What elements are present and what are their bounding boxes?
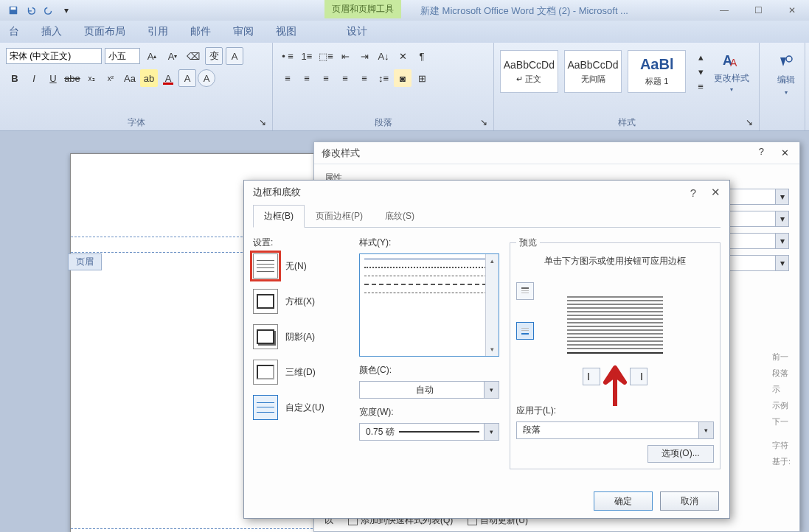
svg-rect-6: [521, 290, 529, 291]
underline-button[interactable]: U: [44, 69, 62, 87]
options-button[interactable]: 选项(O)...: [647, 445, 714, 463]
tab-page-layout[interactable]: 页面布局: [84, 25, 125, 38]
modify-style-help-icon[interactable]: ?: [759, 146, 764, 161]
setting-none-label: 无(N): [285, 260, 307, 273]
clear-format-icon[interactable]: ⌫: [184, 47, 202, 65]
grow-font-icon[interactable]: A▴: [143, 47, 161, 65]
styles-dialog-launcher-icon[interactable]: ↘: [746, 117, 756, 127]
document-title: 新建 Microsoft Office Word 文档 (2) - Micros…: [420, 4, 628, 18]
strikethrough-button[interactable]: abe: [63, 69, 81, 87]
tab-references[interactable]: 引用: [147, 25, 168, 38]
increase-indent-icon[interactable]: ⇥: [355, 47, 373, 65]
borders-close-icon[interactable]: ✕: [711, 186, 721, 199]
enclose-char-icon[interactable]: A: [198, 69, 215, 87]
change-case-button[interactable]: Aa: [121, 69, 139, 87]
bold-button[interactable]: B: [6, 69, 24, 87]
change-styles-icon: AA: [721, 50, 742, 71]
redo-icon[interactable]: [41, 3, 56, 18]
borders-icon[interactable]: ⊞: [413, 69, 431, 87]
char-shading-icon[interactable]: A: [178, 69, 196, 87]
show-marks-icon[interactable]: ¶: [413, 47, 431, 65]
styles-expand-icon[interactable]: ≡: [692, 80, 709, 93]
minimize-button[interactable]: —: [707, 0, 741, 21]
tab-review[interactable]: 审阅: [233, 25, 254, 38]
close-button[interactable]: ✕: [775, 0, 809, 21]
width-combo[interactable]: 0.75 磅 ▾: [359, 423, 499, 441]
subscript-button[interactable]: x₂: [83, 69, 100, 87]
setting-shadow[interactable]: 阴影(A): [253, 324, 349, 349]
cancel-button[interactable]: 取消: [660, 491, 719, 511]
decrease-indent-icon[interactable]: ⇤: [336, 47, 354, 65]
style-no-spacing[interactable]: AaBbCcDd 无间隔: [564, 50, 622, 93]
line-style-dash-dot[interactable]: [364, 293, 494, 293]
ok-button[interactable]: 确定: [594, 491, 653, 511]
styles-scroll-down-icon[interactable]: ▾: [692, 65, 709, 78]
preview-paragraph[interactable]: [567, 296, 663, 356]
tab-shading[interactable]: 底纹(S): [374, 205, 426, 228]
bullets-icon[interactable]: • ≡: [279, 47, 296, 65]
width-dropdown-icon[interactable]: ▾: [484, 424, 499, 440]
maximize-button[interactable]: ☐: [741, 0, 775, 21]
italic-button[interactable]: I: [25, 69, 43, 87]
borders-help-icon[interactable]: ?: [690, 186, 696, 199]
font-name-select[interactable]: [6, 48, 102, 64]
line-spacing-icon[interactable]: ↕≡: [375, 69, 392, 87]
apply-to-dropdown-icon[interactable]: ▾: [698, 422, 713, 438]
highlight-button[interactable]: ab: [140, 69, 158, 87]
setting-custom[interactable]: 自定义(U): [253, 395, 349, 420]
apply-to-combo[interactable]: 段落 ▾: [516, 421, 714, 439]
modify-style-close-icon[interactable]: ✕: [777, 146, 792, 161]
style-scrollbar[interactable]: ▴ ▾: [485, 254, 499, 356]
font-dialog-launcher-icon[interactable]: ↘: [259, 117, 269, 127]
numbering-icon[interactable]: 1≡: [298, 47, 316, 65]
paragraph-dialog-launcher-icon[interactable]: ↘: [480, 117, 490, 127]
shrink-font-icon[interactable]: A▾: [164, 47, 181, 65]
setting-3d[interactable]: 三维(D): [253, 360, 349, 385]
find-icon[interactable]: [777, 53, 795, 71]
align-left-icon[interactable]: ≡: [279, 69, 296, 87]
style-normal[interactable]: AaBbCcDd ↵ 正文: [500, 50, 558, 93]
shading-icon[interactable]: ◙: [394, 69, 412, 87]
line-style-dotted[interactable]: [364, 267, 494, 268]
tab-home-partial[interactable]: 台: [9, 25, 19, 38]
line-style-dashed-small[interactable]: [364, 276, 494, 276]
change-styles-button[interactable]: AA 更改样式 ▾: [709, 50, 753, 93]
setting-none[interactable]: 无(N): [253, 253, 349, 279]
justify-icon[interactable]: ≡: [336, 69, 354, 87]
tab-design[interactable]: 设计: [347, 25, 367, 38]
color-combo[interactable]: 自动 ▾: [359, 381, 499, 399]
tab-view[interactable]: 视图: [276, 25, 296, 38]
asian-layout-icon[interactable]: ✕: [394, 47, 412, 65]
line-style-solid[interactable]: [364, 259, 494, 259]
top-border-button[interactable]: [516, 282, 534, 300]
styles-scroll-up-icon[interactable]: ▴: [692, 50, 709, 63]
char-border-icon[interactable]: A: [226, 47, 243, 65]
phonetic-guide-icon[interactable]: 变: [205, 47, 223, 65]
modify-style-titlebar[interactable]: 修改样式 ? ✕: [314, 142, 799, 164]
qat-dropdown-icon[interactable]: ▾: [59, 3, 74, 18]
save-icon[interactable]: [6, 3, 21, 18]
bottom-border-button[interactable]: [516, 322, 534, 340]
tab-borders[interactable]: 边框(B): [253, 205, 305, 228]
superscript-button[interactable]: x²: [102, 69, 119, 87]
scroll-down-icon[interactable]: ▾: [486, 343, 499, 356]
font-color-button[interactable]: A: [159, 69, 177, 87]
multilevel-list-icon[interactable]: ⬚≡: [317, 47, 335, 65]
style-heading1[interactable]: AaBl 标题 1: [628, 50, 686, 93]
color-dropdown-icon[interactable]: ▾: [484, 382, 499, 398]
tab-page-border[interactable]: 页面边框(P): [305, 205, 374, 228]
align-right-icon[interactable]: ≡: [317, 69, 335, 87]
distribute-icon[interactable]: ≡: [355, 69, 373, 87]
borders-dialog-titlebar[interactable]: 边框和底纹 ? ✕: [244, 181, 729, 204]
line-style-dashed-medium[interactable]: [364, 284, 494, 285]
align-center-icon[interactable]: ≡: [298, 69, 316, 87]
tab-mailings[interactable]: 邮件: [190, 25, 211, 38]
threed-icon: [253, 360, 278, 385]
setting-box[interactable]: 方框(X): [253, 289, 349, 314]
sort-icon[interactable]: A↓: [375, 47, 392, 65]
undo-icon[interactable]: [24, 3, 38, 18]
line-style-list[interactable]: ▴ ▾: [359, 253, 499, 357]
scroll-up-icon[interactable]: ▴: [486, 254, 499, 267]
font-size-select[interactable]: [105, 48, 140, 64]
tab-insert[interactable]: 插入: [41, 25, 62, 38]
